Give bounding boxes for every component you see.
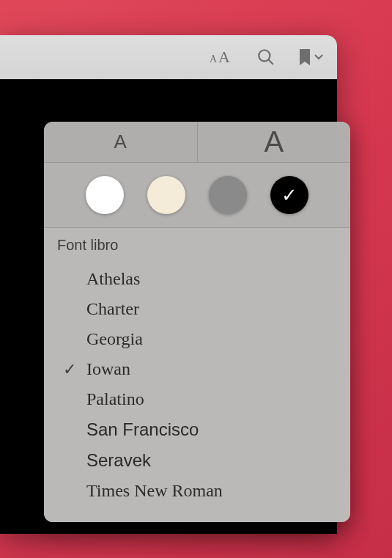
font-label: Times New Roman (86, 481, 223, 501)
svg-line-3 (268, 59, 273, 65)
font-label: Charter (86, 299, 139, 319)
font-item-charter[interactable]: Charter (57, 294, 337, 324)
font-label: San Francisco (86, 419, 199, 440)
bookmark-dropdown[interactable] (297, 48, 324, 67)
theme-black[interactable]: ✓ (270, 176, 308, 214)
theme-white[interactable] (86, 176, 124, 214)
font-label: Seravek (86, 450, 151, 471)
large-a-label: A (264, 125, 284, 158)
font-item-san-francisco[interactable]: San Francisco (57, 414, 337, 445)
bookmark-icon (297, 48, 312, 67)
toolbar: A A (0, 35, 337, 79)
chevron-down-icon (314, 54, 324, 61)
svg-point-2 (259, 50, 270, 61)
increase-text-size-button[interactable]: A (198, 122, 351, 162)
decrease-text-size-button[interactable]: A (44, 122, 197, 162)
appearance-icon[interactable]: A A (210, 48, 234, 66)
font-item-times-new-roman[interactable]: Times New Roman (57, 476, 337, 506)
small-a-label: A (114, 131, 127, 153)
font-label: Palatino (86, 389, 144, 409)
text-size-row: A A (44, 122, 350, 163)
font-item-athelas[interactable]: Athelas (57, 264, 337, 294)
font-list: Font libro AthelasCharterGeorgia✓IowanPa… (44, 228, 350, 522)
checkmark-icon: ✓ (281, 184, 297, 207)
font-label: Athelas (86, 269, 140, 289)
app-window: A A A A (0, 35, 337, 534)
font-item-seravek[interactable]: Seravek (57, 445, 337, 476)
theme-sepia[interactable] (147, 176, 185, 214)
search-icon[interactable] (256, 48, 275, 67)
appearance-popover: A A ✓ Font libro AthelasCharterGeorgia✓I… (44, 122, 350, 522)
font-label: Georgia (86, 329, 143, 349)
font-item-iowan[interactable]: ✓Iowan (57, 354, 337, 384)
checkmark-icon: ✓ (63, 360, 76, 379)
theme-gray[interactable] (209, 176, 247, 214)
theme-row: ✓ (44, 163, 350, 228)
font-label: Iowan (86, 359, 130, 379)
svg-text:A: A (210, 54, 218, 65)
font-list-header: Font libro (57, 237, 337, 254)
font-item-palatino[interactable]: Palatino (57, 384, 337, 414)
svg-text:A: A (218, 48, 230, 66)
font-item-georgia[interactable]: Georgia (57, 324, 337, 354)
